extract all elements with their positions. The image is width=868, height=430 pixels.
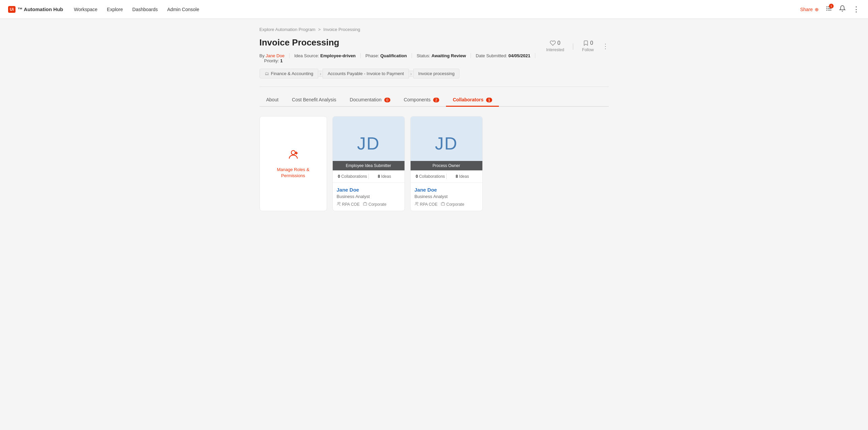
tab-components[interactable]: Components 2 — [397, 94, 446, 107]
meta-row: By Jane Doe Idea Source: Employee-driven… — [260, 53, 546, 63]
share-label: Share — [800, 7, 813, 12]
author-link[interactable]: Jane Doe — [266, 53, 285, 58]
ideas-label-text-1: Ideas — [381, 174, 391, 179]
company-label-1: Corporate — [368, 202, 386, 207]
person-meta-2: RPA COE Corporate — [415, 202, 478, 207]
breadcrumb-current: Invoice Processing — [323, 27, 360, 32]
company-icon-2 — [441, 202, 445, 207]
person-role-2: Process Owner — [411, 161, 482, 170]
status-value: Awaiting Review — [431, 53, 466, 58]
team-icon-1 — [337, 202, 341, 207]
person-stats-1: 0 Collaborations 8 Ideas — [333, 170, 405, 183]
actions-separator: | — [572, 42, 574, 50]
ideas-count-2: 8 Ideas — [447, 174, 478, 179]
breadcrumb: Explore Automation Program > Invoice Pro… — [260, 27, 609, 32]
manage-roles-label: Manage Roles &Permissions — [277, 167, 309, 179]
category-item-3[interactable]: Invoice processing — [413, 69, 460, 78]
collab-num-1: 0 — [338, 174, 340, 179]
svg-point-4 — [295, 152, 297, 154]
collab-count-1: 0 Collaborations — [337, 174, 368, 179]
phase-label: Phase: — [365, 53, 379, 58]
tasks-icon[interactable]: 1 — [826, 5, 832, 13]
bell-icon[interactable] — [839, 5, 846, 13]
logo-text: ™ Automation Hub — [18, 6, 63, 12]
person-name-1[interactable]: Jane Doe — [337, 187, 400, 193]
ideas-num-1: 8 — [378, 174, 380, 179]
tab-collaborators-label: Collaborators — [453, 97, 483, 102]
tabs-row: About Cost Benefit Analysis Documentatio… — [260, 94, 609, 107]
person-team-2: RPA COE — [415, 202, 438, 207]
follow-label: Follow — [582, 47, 594, 52]
manage-roles-card[interactable]: Manage Roles &Permissions — [260, 116, 327, 211]
person-info-2: Jane Doe Business Analyst RPA COE Corpor… — [411, 183, 482, 211]
collaborators-grid: Manage Roles &Permissions JD Employee Id… — [260, 116, 609, 211]
category-label-2: Accounts Payable - Invoice to Payment — [328, 71, 404, 76]
main-content: Explore Automation Program > Invoice Pro… — [249, 19, 620, 219]
collab-num-2: 0 — [416, 174, 418, 179]
team-label-1: RPA COE — [342, 202, 360, 207]
cat-sep-2: › — [409, 71, 413, 77]
person-name-2[interactable]: Jane Doe — [415, 187, 478, 193]
status-label: Status: — [417, 53, 430, 58]
svg-point-12 — [415, 202, 417, 204]
manage-roles-icon — [287, 148, 299, 163]
share-icon: ⊕ — [815, 7, 819, 12]
ideas-count-1: 8 Ideas — [369, 174, 400, 179]
share-button[interactable]: Share ⊕ — [800, 7, 819, 12]
nav-dashboards[interactable]: Dashboards — [132, 7, 158, 12]
person-company-2: Corporate — [441, 202, 464, 207]
collaborator-card-2: JD Process Owner 0 Collaborations 8 Idea… — [410, 116, 483, 211]
divider — [260, 87, 609, 87]
interested-count: 0 — [557, 40, 560, 46]
person-avatar-2: JD Process Owner — [411, 117, 482, 170]
person-initials-1: JD — [357, 133, 380, 154]
cat-sep-1: › — [318, 71, 323, 77]
notification-badge: 1 — [829, 4, 834, 8]
follow-button[interactable]: 0 Follow — [582, 40, 594, 52]
person-team-1: RPA COE — [337, 202, 360, 207]
collaborator-card-1: JD Employee Idea Submitter 0 Collaborati… — [332, 116, 405, 211]
meta-status: Status: Awaiting Review — [412, 53, 471, 58]
idea-source-value: Employee-driven — [320, 53, 356, 58]
meta-idea-source: Idea Source: Employee-driven — [290, 53, 361, 58]
svg-rect-11 — [363, 203, 367, 205]
priority-label: Priority: — [264, 58, 279, 63]
follow-count: 0 — [590, 40, 593, 46]
tab-about[interactable]: About — [260, 94, 286, 107]
header-actions: Share ⊕ 1 ⋮ — [800, 5, 860, 14]
more-options-icon[interactable]: ⋮ — [852, 5, 860, 14]
collab-label-text-2: Collaborations — [419, 174, 445, 179]
author-by: By — [260, 53, 265, 58]
person-title-1: Business Analyst — [337, 194, 400, 199]
person-role-1: Employee Idea Submitter — [333, 161, 405, 170]
category-item-1[interactable]: 🗂 Finance & Accounting — [260, 69, 319, 78]
page-header-row: Invoice Processing By Jane Doe Idea Sour… — [260, 37, 609, 87]
meta-date: Date Submitted: 04/05/2021 — [471, 53, 535, 58]
more-options-button[interactable]: ⋮ — [602, 42, 609, 50]
collab-count-2: 0 Collaborations — [415, 174, 446, 179]
team-label-2: RPA COE — [420, 202, 438, 207]
category-item-2[interactable]: Accounts Payable - Invoice to Payment — [323, 69, 409, 78]
person-initials-2: JD — [435, 133, 458, 154]
follow-count-row: 0 — [583, 40, 593, 46]
person-info-1: Jane Doe Business Analyst RPA COE Corpor… — [333, 183, 405, 211]
idea-source-label: Idea Source: — [294, 53, 319, 58]
team-icon-2 — [415, 202, 419, 207]
meta-phase: Phase: Qualification — [361, 53, 412, 58]
collab-label-text-1: Collaborations — [341, 174, 367, 179]
logo: Ui ™ Automation Hub — [8, 6, 63, 13]
nav-admin[interactable]: Admin Console — [167, 7, 199, 12]
person-meta-1: RPA COE Corporate — [337, 202, 400, 207]
tab-cba[interactable]: Cost Benefit Analysis — [285, 94, 343, 107]
breadcrumb-parent[interactable]: Explore Automation Program — [260, 27, 316, 32]
nav-workspace[interactable]: Workspace — [74, 7, 97, 12]
interested-button[interactable]: 0 Interested — [546, 40, 564, 52]
nav-explore[interactable]: Explore — [107, 7, 123, 12]
tab-docs[interactable]: Documentation 0 — [343, 94, 397, 107]
category-label-3: Invoice processing — [418, 71, 455, 76]
page-actions: 0 Interested | 0 Follow ⋮ — [546, 37, 608, 52]
company-icon-1 — [363, 202, 367, 207]
tab-collaborators[interactable]: Collaborators 1 — [446, 94, 499, 107]
company-label-2: Corporate — [446, 202, 464, 207]
tab-docs-label: Documentation — [350, 97, 382, 102]
